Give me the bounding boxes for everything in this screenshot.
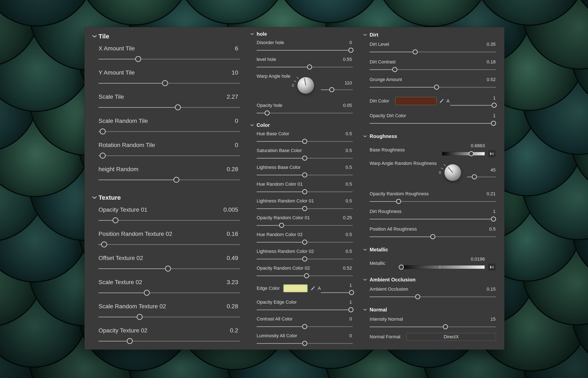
param-value[interactable]: 0 — [349, 40, 352, 45]
metallic-slider-knob[interactable] — [399, 265, 404, 270]
dirt-level-slider-track[interactable] — [370, 52, 496, 52]
opacity-random-color-01-slider-track[interactable] — [257, 225, 353, 226]
dirt-roughness-slider-knob[interactable] — [491, 216, 496, 222]
param-value[interactable]: 0.55 — [343, 57, 352, 62]
section-header-color[interactable]: Color — [250, 122, 353, 129]
scale-random-texture-02-slider-track[interactable] — [98, 317, 240, 317]
base-roughness-gradient-track[interactable] — [442, 152, 485, 156]
param-value[interactable]: 0.15 — [487, 286, 495, 292]
param-value[interactable]: 0.28 — [227, 303, 238, 310]
dirt-color-swatch[interactable] — [395, 97, 436, 105]
param-value[interactable]: 0 — [349, 316, 352, 322]
opacity-texture-02-slider-track[interactable] — [98, 341, 240, 341]
param-value[interactable]: 0.16 — [227, 230, 238, 237]
y-amount-tile-slider-knob[interactable] — [162, 80, 168, 86]
param-value[interactable]: 0 — [235, 142, 238, 148]
opacity-texture-01-slider-track[interactable] — [98, 220, 240, 221]
rotation-random-tile-slider-track[interactable] — [98, 155, 240, 156]
chevron-down-icon[interactable] — [250, 124, 254, 126]
hue-random-color-01-slider-knob[interactable] — [302, 189, 307, 194]
grunge-amount-slider-track[interactable] — [370, 87, 496, 88]
param-value[interactable]: 0.49 — [227, 255, 238, 261]
hue-base-color-slider-knob[interactable] — [302, 139, 307, 144]
param-value[interactable]: 0 — [235, 118, 238, 124]
param-value[interactable]: 0.005 — [223, 206, 238, 213]
param-value[interactable]: 0.0196 — [400, 256, 485, 262]
metallic-gradient-track[interactable] — [400, 265, 485, 269]
section-header-hole[interactable]: hole — [250, 31, 353, 37]
opacity-random-color-01-slider-knob[interactable] — [279, 223, 284, 228]
dirt-contrast-slider-knob[interactable] — [392, 67, 397, 72]
param-value[interactable]: 0.5 — [346, 249, 352, 254]
opacity-dirt-color-slider-knob[interactable] — [491, 121, 496, 126]
intensity-normal-slider-knob[interactable] — [443, 324, 448, 329]
y-amount-tile-slider-track[interactable] — [98, 83, 240, 84]
param-value[interactable]: 3.23 — [227, 279, 238, 286]
opacity-random-roughness-slider-knob[interactable] — [396, 199, 401, 204]
param-value[interactable]: 0.52 — [487, 77, 495, 82]
section-header-metallic[interactable]: Metallic — [363, 246, 496, 253]
param-value[interactable]: 15 — [491, 316, 495, 322]
texture-input-button[interactable] — [488, 264, 495, 270]
opacity-hole-slider-knob[interactable] — [265, 110, 270, 116]
param-value[interactable]: 1 — [493, 95, 495, 101]
opacity-texture-02-slider-knob[interactable] — [127, 338, 133, 344]
param-value[interactable]: 0.5 — [346, 198, 352, 204]
chevron-down-icon[interactable] — [363, 34, 367, 36]
warp-angle-random-roughness-dial[interactable] — [444, 164, 461, 181]
height-random-slider-track[interactable] — [98, 180, 240, 180]
opacity-random-color-02-slider-knob[interactable] — [304, 273, 309, 278]
dirt-contrast-slider-track[interactable] — [370, 69, 496, 70]
offset-texture-02-slider-knob[interactable] — [165, 266, 171, 271]
edge-color-slider-knob[interactable] — [349, 290, 354, 295]
param-value[interactable]: 0.21 — [487, 191, 495, 197]
chevron-down-icon[interactable] — [363, 309, 367, 311]
param-value[interactable]: 1 — [493, 113, 495, 119]
chevron-down-icon[interactable] — [92, 35, 97, 38]
opacity-random-roughness-slider-track[interactable] — [370, 201, 496, 202]
param-value[interactable]: 0.5 — [346, 131, 352, 136]
section-header-tile[interactable]: Tile — [92, 33, 240, 40]
param-value[interactable]: 1 — [493, 209, 495, 214]
chevron-down-icon[interactable] — [363, 279, 367, 281]
section-header-dirt[interactable]: Dirt — [363, 31, 496, 38]
scale-tile-slider-track[interactable] — [98, 107, 240, 108]
warp-angle-random-roughness-slider-knob[interactable] — [472, 174, 477, 179]
warp-angle-hole-slider-track[interactable] — [321, 89, 353, 90]
level-hole-slider-knob[interactable] — [307, 65, 312, 69]
texture-input-button[interactable] — [488, 150, 495, 157]
saturation-base-color-slider-knob[interactable] — [302, 156, 307, 161]
chevron-down-icon[interactable] — [92, 196, 97, 199]
warp-angle-hole-slider-knob[interactable] — [329, 87, 334, 92]
intensity-normal-slider-track[interactable] — [370, 326, 496, 327]
scale-random-texture-02-slider-knob[interactable] — [137, 314, 143, 320]
contrast-all-color-slider-knob[interactable] — [302, 324, 307, 329]
disorder-hole-slider-track[interactable] — [257, 50, 353, 51]
lightness-base-color-slider-knob[interactable] — [302, 172, 307, 177]
luminosity-all-color-slider-knob[interactable] — [302, 341, 307, 346]
disorder-hole-slider-knob[interactable] — [348, 48, 353, 53]
param-value[interactable]: 0.6863 — [442, 143, 485, 148]
section-header-ambient-occlusion[interactable]: Ambient Occlusion — [363, 276, 496, 283]
scale-random-tile-slider-track[interactable] — [98, 131, 240, 132]
warp-angle-random-roughness-slider-track[interactable] — [467, 177, 496, 177]
param-value[interactable]: 0.52 — [343, 265, 352, 271]
x-amount-tile-slider-knob[interactable] — [135, 56, 141, 62]
param-value[interactable]: 0.25 — [343, 215, 352, 220]
ambient-occlusion-slider-track[interactable] — [370, 297, 496, 297]
param-value[interactable]: 0.35 — [487, 41, 495, 47]
section-header-roughness[interactable]: Roughness — [363, 133, 496, 140]
param-value[interactable]: 1 — [349, 299, 352, 305]
opacity-edge-color-slider-track[interactable] — [257, 310, 353, 310]
section-header-normal[interactable]: Normal — [363, 306, 496, 313]
x-amount-tile-slider-track[interactable] — [98, 59, 240, 59]
opacity-dirt-color-slider-track[interactable] — [370, 123, 496, 124]
position-random-texture-02-slider-track[interactable] — [98, 244, 240, 245]
scale-tile-slider-knob[interactable] — [175, 104, 181, 110]
scale-random-tile-slider-knob[interactable] — [100, 129, 106, 135]
rotation-random-tile-slider-knob[interactable] — [100, 153, 106, 159]
position-all-roughness-slider-knob[interactable] — [430, 234, 435, 239]
param-value[interactable]: 0.2 — [230, 327, 238, 334]
warp-angle-hole-dial[interactable] — [297, 77, 314, 94]
scale-texture-02-slider-track[interactable] — [98, 293, 240, 293]
